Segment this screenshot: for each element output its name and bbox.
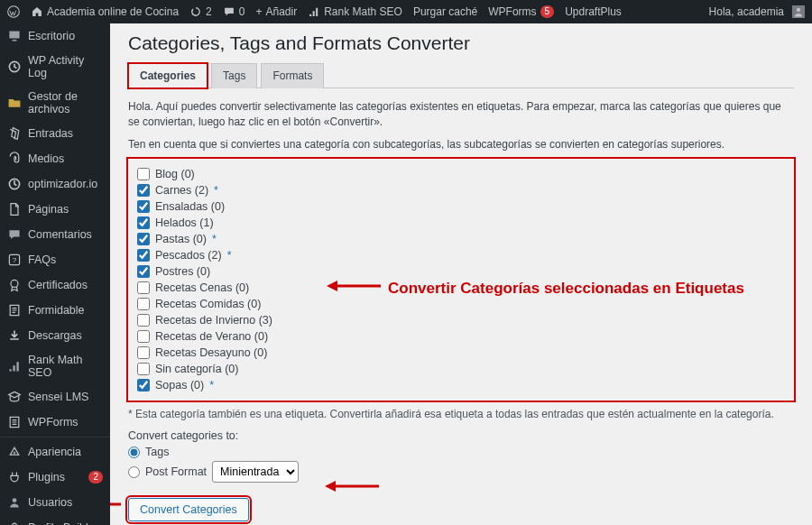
converter-tabs: Categories Tags Formats (128, 63, 794, 88)
category-label: Recetas de Verano (0) (155, 330, 268, 343)
category-checkbox[interactable] (137, 314, 150, 327)
category-label: Blog (0) (155, 168, 195, 180)
category-item[interactable]: Sopas (0) * (137, 377, 785, 393)
updates-link[interactable]: 2 (189, 5, 212, 18)
page-content: Categories, Tags and Formats Converter C… (110, 23, 812, 525)
category-checkbox[interactable] (137, 265, 150, 278)
wpforms-link[interactable]: WPForms5 (488, 5, 554, 18)
category-label: Recetas Desayuno (0) (155, 346, 267, 359)
category-item[interactable]: Recetas Desayuno (0) (137, 345, 785, 361)
category-checkbox[interactable] (137, 363, 150, 375)
sidebar-item-escritorio[interactable]: Escritorio (0, 23, 110, 49)
category-checkbox[interactable] (137, 379, 150, 391)
category-label: Pastas (0) (155, 233, 207, 245)
svg-point-7 (11, 280, 18, 287)
star-footnote: * Esta categoría también es una etiqueta… (128, 408, 794, 420)
wp-logo-icon[interactable] (7, 5, 20, 18)
category-label: Sin categoría (0) (155, 363, 238, 375)
category-item[interactable]: Recetas Cenas (0) (137, 280, 785, 296)
category-item[interactable]: Recetas de Verano (0) (137, 328, 785, 345)
tab-categories[interactable]: Categories (128, 63, 208, 88)
category-label: Carnes (2) (155, 184, 208, 197)
sidebar-item-páginas[interactable]: Páginas (0, 197, 110, 222)
radio-postformat[interactable] (128, 466, 140, 478)
postformat-select[interactable]: Minientrada (212, 461, 299, 483)
add-new-link[interactable]: + Añadir (255, 5, 297, 18)
tab-tags[interactable]: Tags (211, 63, 257, 88)
convert-to-label: Convert categories to: (128, 429, 794, 442)
sidebar-item-optimizador.io[interactable]: optimizador.io (0, 171, 110, 197)
category-checkbox[interactable] (137, 216, 150, 229)
star-marker: * (227, 249, 232, 262)
category-item[interactable]: Recetas de Invierno (3) (137, 312, 785, 328)
category-checkbox[interactable] (137, 200, 150, 213)
category-label: Helados (1) (155, 216, 214, 229)
updraft-link[interactable]: UpdraftPlus (565, 5, 622, 18)
category-label: Postres (0) (155, 265, 210, 278)
sidebar-item-plugins[interactable]: Plugins2 (0, 465, 110, 490)
category-checkbox[interactable] (137, 330, 150, 343)
category-label: Recetas Cenas (0) (155, 281, 249, 294)
sidebar-item-rank-math-seo[interactable]: Rank Math SEO (0, 348, 110, 384)
category-label: Sopas (0) (155, 379, 204, 391)
category-item[interactable]: Recetas Comidas (0) (137, 296, 785, 312)
sidebar-item-wpforms[interactable]: WPForms (0, 410, 110, 435)
category-checkbox[interactable] (137, 249, 150, 262)
arrow-annotation-3 (110, 495, 121, 513)
category-item[interactable]: Carnes (2) * (137, 182, 785, 198)
category-checkbox[interactable] (137, 168, 150, 180)
intro-text-1: Hola. Aquí puedes convertir selectivamen… (128, 99, 794, 130)
star-marker: * (214, 184, 218, 197)
tab-formats[interactable]: Formats (261, 63, 324, 88)
sidebar-item-profile-builder[interactable]: Profile Builder (0, 515, 110, 525)
convert-button[interactable]: Convert Categories (128, 498, 249, 521)
sidebar-item-certificados[interactable]: Certificados (0, 272, 110, 298)
sidebar-item-faqs[interactable]: ?FAQs (0, 247, 110, 272)
category-item[interactable]: Blog (0) (137, 166, 785, 182)
rankmath-link[interactable]: Rank Math SEO (308, 5, 402, 18)
page-title: Categories, Tags and Formats Converter (128, 32, 794, 54)
svg-point-0 (8, 6, 20, 18)
sidebar-item-gestor-de-archivos[interactable]: Gestor de archivos (0, 85, 110, 121)
purge-cache-link[interactable]: Purgar caché (413, 5, 477, 18)
svg-text:?: ? (13, 256, 17, 264)
svg-point-10 (14, 452, 15, 454)
category-item[interactable]: Pastas (0) * (137, 231, 785, 247)
sidebar-item-usuarios[interactable]: Usuarios (0, 490, 110, 515)
star-marker: * (212, 233, 217, 245)
category-item[interactable]: Helados (1) (137, 215, 785, 231)
star-marker: * (209, 379, 214, 391)
category-checkbox[interactable] (137, 281, 150, 294)
category-item[interactable]: Ensaladas (0) (137, 198, 785, 215)
category-item[interactable]: Sin categoría (0) (137, 361, 785, 377)
category-checkbox[interactable] (137, 233, 150, 245)
admin-topbar: Academia online de Cocina 2 0 + Añadir R… (0, 0, 812, 23)
svg-point-2 (797, 8, 800, 12)
user-greeting[interactable]: Hola, academia (709, 5, 805, 18)
category-label: Recetas Comidas (0) (155, 298, 261, 310)
intro-text-2: Ten en cuenta que si conviertes una cate… (128, 137, 794, 152)
admin-sidebar: EscritorioWP Activity LogGestor de archi… (0, 23, 110, 525)
category-checkbox[interactable] (137, 184, 150, 197)
radio-postformat-row[interactable]: Post Format Minientrada (128, 461, 794, 483)
svg-point-11 (13, 498, 17, 502)
comments-link[interactable]: 0 (223, 5, 245, 18)
category-label: Ensaladas (0) (155, 200, 225, 213)
category-checkbox[interactable] (137, 298, 150, 310)
site-home-link[interactable]: Academia online de Cocina (31, 5, 179, 18)
category-item[interactable]: Pescados (2) * (137, 247, 785, 263)
radio-tags-row[interactable]: Tags (128, 446, 794, 458)
sidebar-item-wp-activity-log[interactable]: WP Activity Log (0, 49, 110, 85)
sidebar-item-formidable[interactable]: Formidable (0, 298, 110, 323)
sidebar-item-medios[interactable]: Medios (0, 146, 110, 171)
sidebar-item-entradas[interactable]: Entradas (0, 121, 110, 146)
category-item[interactable]: Postres (0) (137, 263, 785, 280)
category-checkbox[interactable] (137, 346, 150, 359)
category-list: Blog (0)Carnes (2) *Ensaladas (0)Helados… (128, 159, 794, 401)
sidebar-item-sensei-lms[interactable]: Sensei LMS (0, 384, 110, 410)
category-label: Recetas de Invierno (3) (155, 314, 272, 327)
sidebar-item-apariencia[interactable]: Apariencia (0, 439, 110, 465)
sidebar-item-descargas[interactable]: Descargas (0, 323, 110, 348)
radio-tags[interactable] (128, 447, 140, 458)
sidebar-item-comentarios[interactable]: Comentarios (0, 222, 110, 247)
